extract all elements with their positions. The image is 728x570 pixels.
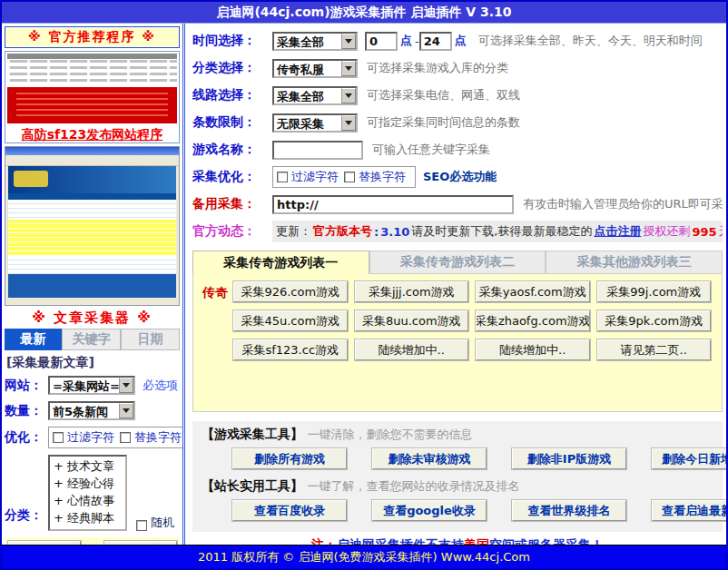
webmaster-tools-desc: 一键了解，查看您网站的收录情况及排名 [307, 479, 519, 493]
limit-row: 条数限制： 无限采集 可指定采集同时间信息的条数 [192, 109, 723, 136]
optimize-checkbox-group: 过滤字符 替换字符 [48, 427, 185, 448]
delete-all-games-button[interactable]: 删除所有游戏 [232, 448, 347, 469]
game-name-row: 游戏名称： 可输入任意关键字采集 [192, 136, 723, 163]
dropdown-arrow-icon[interactable] [341, 88, 356, 103]
time-to-input[interactable] [419, 32, 452, 51]
filter-chars-checkbox[interactable] [277, 172, 288, 182]
seo-hint: SEO必选功能 [423, 169, 497, 185]
promo-browser-screenshot[interactable] [5, 146, 180, 306]
category-select[interactable]: 传奇私服 [272, 59, 358, 78]
news-version-sep: : [374, 225, 379, 239]
news-version-label: 官方版本号 [313, 223, 372, 240]
count-row: 数量： 前5条新闻 [5, 401, 180, 420]
time-label: 时间选择： [192, 33, 272, 49]
promo-site-link[interactable]: 高防sf123发布网站程序 [5, 125, 179, 143]
site-select-value: =采集网站= [50, 378, 119, 393]
backup-url-input[interactable] [272, 195, 514, 214]
time-select[interactable]: 采集全部 [272, 32, 358, 51]
collect-game-button[interactable]: 采集jjj.com游戏 [355, 281, 469, 302]
collect-game-button[interactable]: 陆续增加中.. [476, 339, 590, 360]
collect-game-button[interactable]: 采集8uu.com游戏 [355, 310, 469, 331]
dropdown-arrow-icon[interactable] [341, 61, 356, 76]
category-hint: 可选择采集游戏入库的分类 [367, 60, 508, 76]
auth-prefix: 授权还剩 [643, 223, 690, 240]
limit-select[interactable]: 无限采集 [272, 113, 358, 133]
check-world-rank-button[interactable]: 查看世界级排名 [512, 500, 626, 521]
category-row: 分类： + 技术文章 + 经验心得 + 心情故事 + 经典脚本 随机 [5, 455, 180, 531]
collect-game-button[interactable]: 请见第二页.. [597, 339, 712, 360]
body: ※ 官方推荐程序 ※ 高防sf123发布网站程序 [2, 24, 726, 545]
sidebar-tabs: 最新 关键字 日期 [5, 329, 180, 350]
collect-optimize-group: 过滤字符 替换字符 [272, 166, 416, 188]
dropdown-arrow-icon[interactable] [119, 378, 133, 393]
collect-game-button[interactable]: 采集sf123.cc游戏 [233, 339, 348, 360]
webmaster-tools-buttons: 查看百度收录 查看google收录 查看世界级排名 查看启迪最新动态 [232, 500, 713, 521]
app-window: 启迪网(44cj.com)游戏采集插件 启迪插件 V 3.10 ※ 官方推荐程序… [0, 0, 728, 570]
tools-panel: 【游戏采集工具】 一键清除，删除您不需要的信息 删除所有游戏 删除未审核游戏 删… [192, 421, 723, 532]
game-tab-2[interactable]: 采集传奇游戏列表二 [369, 251, 546, 274]
time-row: 时间选择： 采集全部 点 - 点 可选择采集全部、昨天、今天、明天和时间 [192, 27, 723, 54]
category-listbox[interactable]: + 技术文章 + 经验心得 + 心情故事 + 经典脚本 [48, 455, 127, 531]
line-select[interactable]: 采集全部 [272, 86, 358, 105]
line-select-value: 采集全部 [274, 88, 341, 103]
promo-site-linkgrid [7, 60, 177, 85]
dropdown-arrow-icon[interactable] [341, 115, 356, 131]
dropdown-arrow-icon[interactable] [341, 34, 356, 49]
site-select[interactable]: =采集网站= [48, 376, 135, 395]
promo-site-red-banner [7, 87, 177, 123]
collect-game-button[interactable]: 采集9pk.com游戏 [597, 310, 712, 331]
promo-browser-titlebar [5, 147, 179, 155]
game-name-input[interactable] [272, 141, 363, 160]
category-item[interactable]: + 经验心得 [54, 475, 122, 492]
count-select[interactable]: 前5条新闻 [48, 401, 135, 420]
time-from-input[interactable] [365, 32, 398, 51]
register-link[interactable]: 点击注册 [594, 223, 641, 240]
delete-today-games-button[interactable]: 删除今日新增游戏 [652, 448, 726, 469]
auth-suffix: 天 [719, 223, 723, 240]
news-row: 官方动态： 更新： 官方版本号 : 3.10 请及时更新下载,获得最新最稳定的 … [192, 218, 723, 245]
tab-keyword[interactable]: 关键字 [62, 329, 121, 350]
site-row: 网站： =采集网站= 必选项 [5, 376, 180, 395]
category-item[interactable]: + 经典脚本 [54, 509, 122, 526]
limit-label: 条数限制： [192, 114, 272, 131]
filter-chars-checkbox[interactable] [53, 432, 64, 443]
check-baidu-index-button[interactable]: 查看百度收录 [232, 500, 347, 521]
tab-date[interactable]: 日期 [121, 329, 180, 350]
collect-game-button[interactable]: 采集yaosf.com游戏 [476, 281, 590, 302]
article-collector-header: ※ 文章采集器 ※ [5, 309, 180, 327]
category-item[interactable]: + 心情故事 [54, 492, 122, 509]
game-tools-title-row: 【游戏采集工具】 一键清除，删除您不需要的信息 [202, 427, 713, 443]
replace-chars-checkbox[interactable] [344, 172, 355, 182]
backup-label: 备用采集： [192, 196, 272, 212]
collect-game-button[interactable]: 采集45u.com游戏 [233, 310, 348, 331]
site-label: 网站： [5, 378, 48, 394]
collect-game-button[interactable]: 陆续增加中.. [355, 339, 469, 360]
promo-site-headerbar [7, 54, 177, 59]
news-version: 3.10 [380, 225, 409, 239]
backup-row: 备用采集： 有攻击时输入管理员给你的URL即可采集 [192, 191, 723, 218]
random-checkbox[interactable] [136, 520, 147, 531]
promo-site-screenshot[interactable]: 高防sf123发布网站程序 [5, 51, 180, 143]
promo-page-rows-highlight [8, 220, 176, 256]
check-qidi-news-button[interactable]: 查看启迪最新动态 [652, 500, 726, 521]
collect-game-button[interactable]: 采集926.com游戏 [233, 281, 348, 302]
collect-game-button[interactable]: 采集zhaofg.com游戏 [476, 310, 590, 331]
auth-days: 995 [692, 225, 716, 239]
game-tab-1[interactable]: 采集传奇游戏列表一 [192, 251, 369, 274]
backup-hint: 有攻击时输入管理员给你的URL即可采集 [523, 196, 723, 212]
official-programs-header: ※ 官方推荐程序 ※ [5, 26, 180, 48]
replace-chars-checkbox[interactable] [120, 432, 131, 443]
delete-unreviewed-games-button[interactable]: 删除未审核游戏 [372, 448, 487, 469]
dropdown-arrow-icon[interactable] [119, 403, 133, 418]
tab-latest[interactable]: 最新 [5, 329, 62, 350]
promo-browser-statusbar [5, 298, 179, 305]
game-tools-buttons: 删除所有游戏 删除未审核游戏 删除非IP版游戏 删除今日新增游戏 [232, 448, 713, 469]
filter-chars-label: 过滤字符 [291, 169, 339, 185]
delete-non-ip-games-button[interactable]: 删除非IP版游戏 [512, 448, 626, 469]
check-google-index-button[interactable]: 查看google收录 [372, 500, 487, 521]
game-name-hint: 可输入任意关键字采集 [372, 142, 490, 158]
line-select-label: 线路选择： [192, 87, 272, 103]
game-tab-3[interactable]: 采集其他游戏列表三 [546, 251, 723, 274]
collect-game-button[interactable]: 采集99j.com游戏 [597, 281, 712, 302]
category-item[interactable]: + 技术文章 [54, 457, 122, 475]
